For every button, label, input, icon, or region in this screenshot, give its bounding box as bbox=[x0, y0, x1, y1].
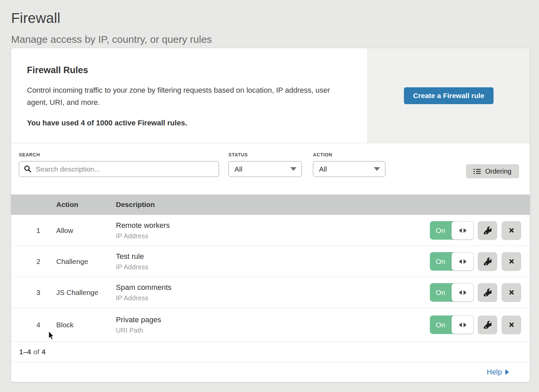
create-firewall-rule-button[interactable]: Create a Firewall rule bbox=[404, 87, 493, 104]
rule-enabled-toggle[interactable]: On bbox=[430, 283, 473, 302]
rule-field: IP Address bbox=[116, 232, 429, 240]
ordering-button-label: Ordering bbox=[485, 168, 511, 175]
drag-right-icon bbox=[464, 259, 467, 264]
action-select[interactable]: All bbox=[313, 161, 385, 177]
search-icon bbox=[24, 165, 32, 173]
rule-enabled-toggle[interactable]: On bbox=[430, 315, 473, 334]
column-header-description: Description bbox=[116, 201, 429, 209]
drag-right-icon bbox=[464, 290, 467, 295]
search-label: SEARCH bbox=[19, 152, 219, 157]
rule-description-cell: Test rule IP Address bbox=[116, 252, 429, 271]
delete-rule-button[interactable] bbox=[502, 315, 521, 334]
toggle-on-label: On bbox=[430, 289, 451, 297]
delete-rule-button[interactable] bbox=[502, 221, 521, 240]
filter-bar: SEARCH STATUS All ACTION All bbox=[11, 143, 530, 194]
edit-rule-button[interactable] bbox=[478, 252, 497, 271]
section-description: Control incoming traffic to your zone by… bbox=[27, 84, 347, 109]
rule-field: IP Address bbox=[116, 263, 429, 271]
action-selected-value: All bbox=[319, 165, 327, 173]
pagination-range: 1–4 bbox=[19, 348, 31, 356]
rule-enabled-toggle[interactable]: On bbox=[430, 252, 473, 271]
help-arrow-icon bbox=[505, 369, 509, 375]
close-icon bbox=[508, 289, 515, 296]
table-row: 1 Allow Remote workers IP Address On bbox=[11, 215, 530, 246]
column-header-action: Action bbox=[56, 201, 116, 209]
rule-action: Allow bbox=[56, 227, 116, 235]
rule-action: JS Challenge bbox=[56, 289, 116, 297]
drag-left-icon bbox=[459, 323, 462, 327]
chevron-down-icon bbox=[290, 167, 296, 171]
rule-description: Test rule bbox=[116, 252, 429, 261]
rule-controls: On bbox=[429, 283, 530, 302]
search-filter-group: SEARCH bbox=[19, 152, 219, 177]
rule-action: Challenge bbox=[56, 258, 116, 266]
intro-section: Firewall Rules Control incoming traffic … bbox=[11, 48, 530, 143]
table-row: 2 Challenge Test rule IP Address On bbox=[11, 246, 530, 277]
delete-rule-button[interactable] bbox=[502, 283, 521, 302]
edit-rule-button[interactable] bbox=[478, 315, 497, 334]
table-header: Action Description bbox=[11, 194, 530, 215]
intro-text: Firewall Rules Control incoming traffic … bbox=[11, 48, 367, 143]
rule-description: Spam comments bbox=[116, 283, 429, 292]
toggle-on-label: On bbox=[430, 321, 451, 329]
rule-action: Block bbox=[56, 321, 116, 329]
toggle-handle[interactable] bbox=[451, 221, 474, 240]
close-icon bbox=[508, 227, 515, 234]
usage-summary: You have used 4 of 1000 active Firewall … bbox=[27, 119, 347, 127]
firewall-rules-card: Firewall Rules Control incoming traffic … bbox=[11, 48, 530, 382]
drag-left-icon bbox=[459, 290, 462, 295]
table-row: 4 Block Private pages URI Path On bbox=[11, 308, 530, 341]
page-subtitle: Manage access by IP, country, or query r… bbox=[11, 34, 539, 45]
wrench-icon bbox=[484, 289, 492, 296]
wrench-icon bbox=[484, 227, 492, 234]
ordering-button[interactable]: Ordering bbox=[466, 164, 519, 178]
help-link[interactable]: Help bbox=[487, 368, 509, 376]
rule-description-cell: Private pages URI Path bbox=[116, 315, 429, 334]
rule-priority: 4 bbox=[11, 321, 56, 329]
help-link-label: Help bbox=[487, 368, 502, 376]
ordering-list-icon bbox=[474, 169, 481, 174]
drag-left-icon bbox=[459, 228, 462, 233]
rule-description: Remote workers bbox=[116, 221, 429, 230]
rule-field: IP Address bbox=[116, 294, 429, 302]
rule-enabled-toggle[interactable]: On bbox=[430, 221, 473, 240]
delete-rule-button[interactable] bbox=[502, 252, 521, 271]
drag-right-icon bbox=[464, 323, 467, 327]
toggle-handle[interactable] bbox=[451, 315, 474, 334]
rule-description: Private pages bbox=[116, 315, 429, 324]
drag-left-icon bbox=[459, 259, 462, 264]
page-title: Firewall bbox=[11, 10, 539, 26]
status-select[interactable]: All bbox=[228, 161, 302, 177]
pagination: 1–4 of 4 bbox=[11, 341, 530, 362]
rule-priority: 3 bbox=[11, 289, 56, 297]
rule-description-cell: Spam comments IP Address bbox=[116, 283, 429, 302]
rule-description-cell: Remote workers IP Address bbox=[116, 221, 429, 240]
close-icon bbox=[508, 258, 515, 265]
action-filter-group: ACTION All bbox=[313, 152, 385, 177]
status-filter-group: STATUS All bbox=[228, 152, 302, 177]
close-icon bbox=[508, 322, 515, 328]
toggle-handle[interactable] bbox=[451, 252, 474, 271]
toggle-on-label: On bbox=[430, 258, 451, 266]
status-selected-value: All bbox=[234, 165, 242, 173]
pagination-of: of bbox=[33, 348, 39, 356]
drag-right-icon bbox=[464, 228, 467, 233]
rule-priority: 2 bbox=[11, 258, 56, 266]
wrench-icon bbox=[484, 321, 492, 329]
chevron-down-icon bbox=[374, 167, 380, 171]
pagination-total: 4 bbox=[42, 348, 46, 356]
search-input-wrap bbox=[19, 161, 219, 177]
edit-rule-button[interactable] bbox=[478, 221, 497, 240]
rule-controls: On bbox=[429, 252, 530, 271]
rule-field: URI Path bbox=[116, 327, 429, 334]
edit-rule-button[interactable] bbox=[478, 283, 497, 302]
action-label: ACTION bbox=[313, 152, 385, 157]
card-footer: Help bbox=[11, 362, 530, 382]
rule-controls: On bbox=[429, 315, 530, 334]
page-header: Firewall Manage access by IP, country, o… bbox=[0, 0, 539, 45]
search-input[interactable] bbox=[19, 161, 219, 177]
toggle-on-label: On bbox=[430, 227, 451, 235]
toggle-handle[interactable] bbox=[451, 283, 474, 302]
rule-priority: 1 bbox=[11, 227, 56, 235]
status-label: STATUS bbox=[228, 152, 302, 157]
